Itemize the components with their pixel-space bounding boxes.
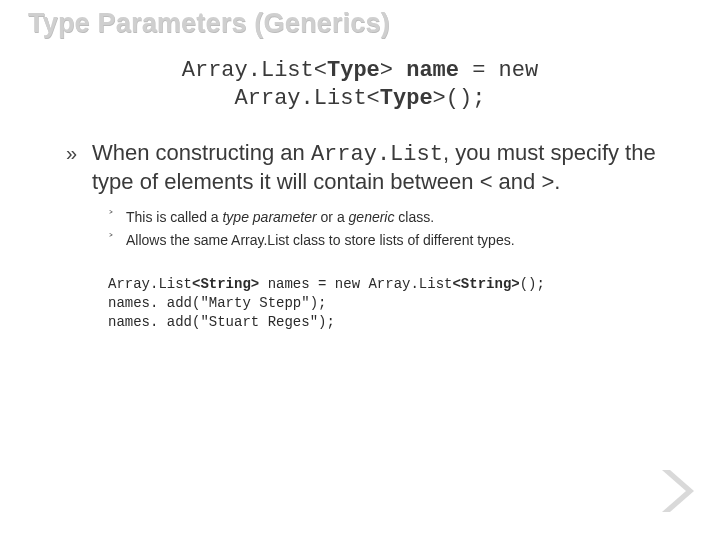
text: This is called a — [126, 209, 222, 225]
text: names = new Array.List — [259, 276, 452, 292]
syntax-line-1: Array.List<Type> name = new — [28, 57, 692, 85]
type-arg: <String> — [192, 276, 259, 292]
type-arg: <String> — [452, 276, 519, 292]
bullet-level2: ˃ Allows the same Array.List class to st… — [108, 231, 692, 250]
text: = new — [459, 58, 538, 83]
text: Array.List< — [182, 58, 327, 83]
code-line: names. add("Stuart Reges"); — [108, 314, 335, 330]
var-name: name — [406, 58, 459, 83]
syntax-line-2: Array.List<Type>(); — [28, 85, 692, 113]
text: , you must specify the — [443, 140, 656, 165]
text: class to store lists of different types. — [289, 232, 514, 248]
text: > — [380, 58, 406, 83]
text: >(); — [433, 86, 486, 111]
inline-code: Array.List — [311, 142, 443, 167]
code-line: names. add("Marty Stepp"); — [108, 295, 326, 311]
text: When constructing an — [92, 140, 311, 165]
bullet-marker: » — [66, 141, 77, 165]
em-text: generic — [349, 209, 395, 225]
sub-bullet-marker: ˃ — [108, 231, 114, 247]
text: type of elements it will contain between… — [92, 169, 560, 194]
em-text: type parameter — [222, 209, 316, 225]
bullet-level1: » When constructing an Array.List, you m… — [66, 140, 692, 196]
text: (); — [520, 276, 545, 292]
text: class. — [394, 209, 434, 225]
code-example: Array.List<String> names = new Array.Lis… — [108, 275, 692, 332]
text: Array.List — [231, 232, 289, 248]
type-param: Type — [327, 58, 380, 83]
text: or a — [317, 209, 349, 225]
syntax-declaration: Array.List<Type> name = new Array.List<T… — [28, 57, 692, 112]
bullet-level2: ˃ This is called a type parameter or a g… — [108, 208, 692, 227]
chevron-right-icon — [656, 468, 696, 518]
slide: Type Parameters (Generics) Array.List<Ty… — [0, 0, 720, 540]
text: Array.List< — [235, 86, 380, 111]
text: Allows the same — [126, 232, 231, 248]
type-param: Type — [380, 86, 433, 111]
sub-bullet-marker: ˃ — [108, 208, 114, 224]
slide-title: Type Parameters (Generics) — [28, 8, 692, 39]
text: Array.List — [108, 276, 192, 292]
